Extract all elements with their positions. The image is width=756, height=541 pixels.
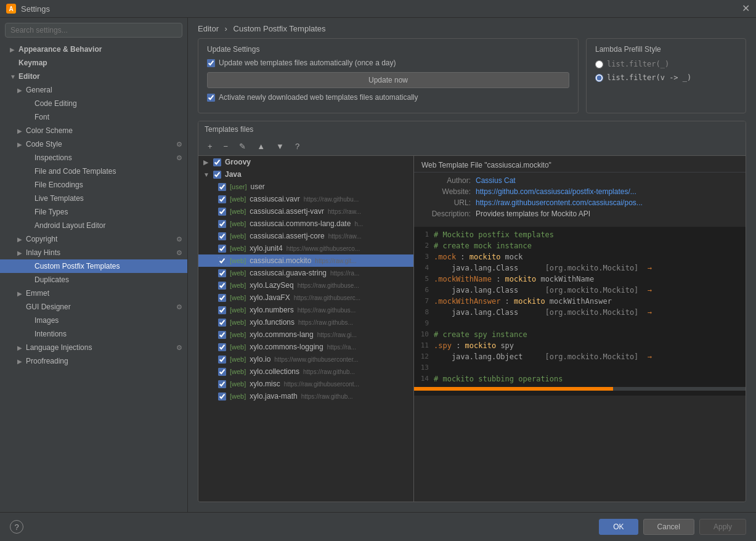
- list-item[interactable]: [user] user: [198, 181, 413, 193]
- update-now-button[interactable]: Update now: [207, 72, 569, 88]
- lambda-radio-1[interactable]: [595, 60, 603, 68]
- template-checkbox[interactable]: [218, 282, 226, 290]
- apply-button[interactable]: Apply: [699, 519, 746, 535]
- auto-update-checkbox[interactable]: [207, 59, 215, 67]
- list-item[interactable]: [web] xylo.collections https://raw.githu…: [198, 365, 413, 378]
- help-template-button[interactable]: ?: [291, 140, 304, 153]
- template-url: https://raw.githubuserc...: [294, 295, 360, 301]
- code-scrollbar: [414, 387, 746, 391]
- template-checkbox[interactable]: [213, 171, 221, 179]
- template-checkbox[interactable]: [218, 343, 226, 351]
- list-item[interactable]: [web] cassiuscai.vavr https://raw.github…: [198, 193, 413, 205]
- sidebar-item-emmet[interactable]: ▶ Emmet: [0, 287, 187, 300]
- sidebar-item-file-code-templates[interactable]: File and Code Templates: [0, 165, 187, 178]
- sidebar-item-label: Language Injections: [26, 343, 92, 352]
- template-checkbox[interactable]: [218, 294, 226, 302]
- sidebar-item-color-scheme[interactable]: ▶ Color Scheme: [0, 124, 187, 137]
- sidebar-item-keymap[interactable]: Keymap: [0, 56, 187, 70]
- sidebar-item-intentions[interactable]: Intentions: [0, 327, 187, 341]
- sidebar-item-code-style[interactable]: ▶ Code Style ⚙: [0, 137, 187, 151]
- code-line: 14 # mockito stubbing operations: [414, 375, 746, 386]
- search-input[interactable]: [5, 23, 182, 38]
- list-item[interactable]: [web] xylo.LazySeq https://raw.githubuse…: [198, 279, 413, 291]
- sidebar-item-appearance[interactable]: ▶ Appearance & Behavior: [0, 43, 187, 56]
- move-down-button[interactable]: ▼: [272, 140, 288, 153]
- list-item[interactable]: ▶ Groovy: [198, 156, 413, 168]
- template-url: https://raw.gi...: [317, 332, 357, 338]
- template-checkbox[interactable]: [218, 232, 226, 240]
- template-checkbox[interactable]: [218, 220, 226, 228]
- sidebar-item-duplicates[interactable]: Duplicates: [0, 273, 187, 287]
- sidebar-item-label: Emmet: [26, 289, 49, 298]
- template-tag: [web]: [230, 208, 246, 215]
- sidebar-item-file-types[interactable]: File Types: [0, 205, 187, 219]
- sidebar-item-editor[interactable]: ▼ Editor: [0, 70, 187, 83]
- list-item[interactable]: [web] xylo.java-math https://raw.github.…: [198, 390, 413, 402]
- template-checkbox[interactable]: [218, 393, 226, 401]
- sidebar-item-font[interactable]: Font: [0, 110, 187, 124]
- code-line: 3 .mock : mockito mock: [414, 253, 746, 264]
- lambda-radio-2[interactable]: [595, 74, 603, 82]
- sidebar-item-language-injections[interactable]: ▶ Language Injections ⚙: [0, 341, 187, 354]
- sidebar-item-label: Inspections: [35, 153, 72, 162]
- sidebar-item-gui-designer[interactable]: GUI Designer ⚙: [0, 300, 187, 314]
- auto-activate-checkbox[interactable]: [207, 94, 215, 102]
- sidebar-item-file-encodings[interactable]: File Encodings: [0, 178, 187, 192]
- template-name: user: [251, 182, 265, 191]
- sidebar-item-images[interactable]: Images: [0, 314, 187, 327]
- template-checkbox[interactable]: [218, 319, 226, 327]
- list-item[interactable]: [web] cassiuscai.assertj-core https://ra…: [198, 230, 413, 242]
- list-item[interactable]: [web] xylo.numbers https://raw.githubus.…: [198, 304, 413, 316]
- template-checkbox[interactable]: [218, 331, 226, 339]
- template-checkbox[interactable]: [218, 183, 226, 191]
- template-checkbox[interactable]: [218, 195, 226, 203]
- sidebar-item-inlay-hints[interactable]: ▶ Inlay Hints ⚙: [0, 246, 187, 259]
- template-checkbox[interactable]: [218, 208, 226, 216]
- sidebar-item-general[interactable]: ▶ General: [0, 83, 187, 97]
- template-checkbox[interactable]: [218, 257, 226, 265]
- close-button[interactable]: ✕: [742, 4, 750, 14]
- template-checkbox[interactable]: [218, 245, 226, 253]
- list-item[interactable]: ▼ Java: [198, 168, 413, 181]
- sidebar-item-live-templates[interactable]: Live Templates: [0, 192, 187, 205]
- template-checkbox[interactable]: [213, 158, 221, 166]
- window-title: Settings: [21, 4, 50, 14]
- lambda-option-2-label: list.filter(v -> _): [607, 73, 691, 82]
- list-item[interactable]: [web] cassiuscai.mockito https://raw.git…: [198, 254, 413, 267]
- ok-button[interactable]: OK: [599, 519, 638, 535]
- template-checkbox[interactable]: [218, 269, 226, 277]
- list-item[interactable]: [web] cassiuscai.guava-string https://ra…: [198, 267, 413, 279]
- template-name: Groovy: [225, 158, 251, 166]
- list-item[interactable]: [web] xylo.junit4 https://www.githubuser…: [198, 242, 413, 254]
- sidebar-item-custom-postfix[interactable]: Custom Postfix Templates: [0, 259, 187, 273]
- template-checkbox[interactable]: [218, 306, 226, 314]
- move-up-button[interactable]: ▲: [253, 140, 269, 153]
- sidebar-item-proofreading[interactable]: ▶ Proofreading: [0, 354, 187, 368]
- expand-icon: ▶: [17, 358, 23, 365]
- list-item[interactable]: [web] xylo.functions https://raw.githubs…: [198, 316, 413, 328]
- sidebar-item-inspections[interactable]: Inspections ⚙: [0, 151, 187, 165]
- list-item[interactable]: [web] cassiuscai.assertj-vavr https://ra…: [198, 205, 413, 218]
- sidebar-item-copyright[interactable]: ▶ Copyright ⚙: [0, 232, 187, 246]
- sidebar-item-android-layout[interactable]: Android Layout Editor: [0, 219, 187, 232]
- content-body: Update Settings Update web templates fil…: [188, 38, 756, 512]
- template-tag: [web]: [230, 245, 246, 252]
- lambda-option-1-label: list.filter(_): [607, 60, 669, 68]
- sidebar-item-label: Font: [35, 113, 49, 121]
- list-item[interactable]: [web] xylo.JavaFX https://raw.githubuser…: [198, 291, 413, 304]
- list-item[interactable]: [web] xylo.commons-lang https://raw.gi..…: [198, 328, 413, 341]
- list-item[interactable]: [web] cassiuscai.commons-lang.date h...: [198, 218, 413, 230]
- list-item[interactable]: [web] xylo.io https://www.githubusercont…: [198, 353, 413, 365]
- cancel-button[interactable]: Cancel: [643, 519, 694, 535]
- remove-template-button[interactable]: −: [219, 140, 233, 153]
- list-item[interactable]: [web] xylo.commons-logging https://ra...: [198, 341, 413, 353]
- sidebar-item-label: Custom Postfix Templates: [35, 262, 120, 270]
- edit-template-button[interactable]: ✎: [235, 140, 250, 153]
- list-item[interactable]: [web] xylo.misc https://raw.githubuserco…: [198, 378, 413, 390]
- sidebar-item-code-editing[interactable]: Code Editing: [0, 97, 187, 110]
- template-checkbox[interactable]: [218, 380, 226, 388]
- template-checkbox[interactable]: [218, 356, 226, 364]
- template-checkbox[interactable]: [218, 368, 226, 376]
- add-template-button[interactable]: +: [203, 140, 217, 153]
- help-button[interactable]: ?: [10, 520, 23, 534]
